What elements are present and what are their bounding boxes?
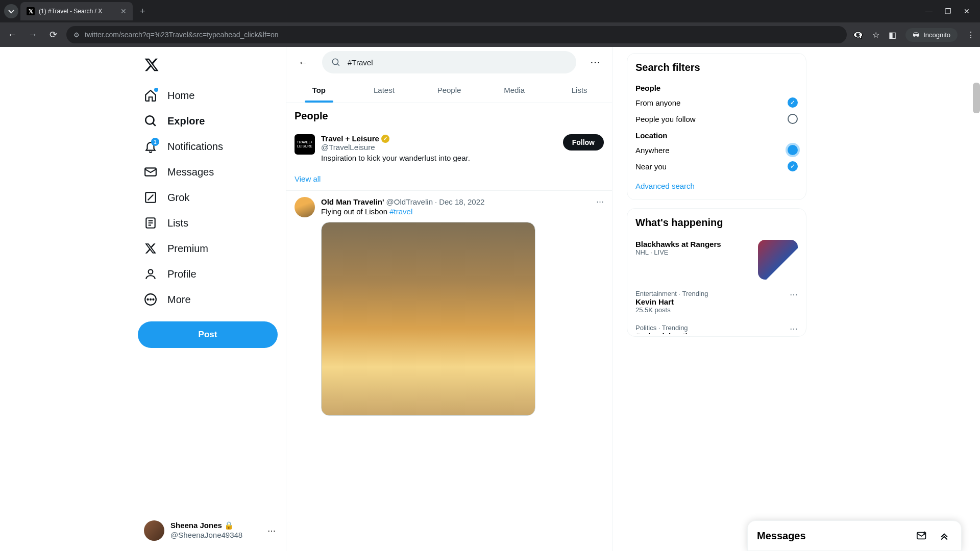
view-all-link[interactable]: View all (286, 167, 612, 190)
nav-messages[interactable]: Messages (138, 159, 282, 185)
tab-latest[interactable]: Latest (352, 78, 417, 103)
nav-profile[interactable]: Profile (138, 261, 282, 287)
tweet-more-button[interactable]: ⋯ (596, 197, 604, 206)
filter-from-anyone[interactable]: From anyone ✓ (627, 94, 806, 111)
search-box[interactable]: #Travel (322, 51, 576, 73)
tweet-date: Dec 18, 2022 (439, 197, 484, 206)
side-panel-icon[interactable]: ◧ (889, 30, 896, 40)
advanced-search-link[interactable]: Advanced search (627, 174, 806, 197)
trend-more-button[interactable]: ⋯ (790, 324, 798, 334)
page-content: Home Explore 1 Notifications Messages Gr… (0, 47, 980, 551)
list-icon (144, 216, 157, 230)
back-arrow-button[interactable]: ← (295, 54, 312, 71)
tab-top[interactable]: Top (286, 78, 352, 103)
maximize-button[interactable]: ❐ (945, 7, 951, 15)
new-tab-button[interactable]: + (135, 6, 151, 17)
nav-lists[interactable]: Lists (138, 210, 282, 236)
happening-title: What's happening (627, 211, 806, 235)
messages-drawer-title: Messages (757, 530, 907, 542)
scrollbar-thumb[interactable] (973, 83, 980, 113)
trend-more-button[interactable]: ⋯ (790, 290, 798, 299)
tweet[interactable]: Old Man Travelin' @OldTravelin · Dec 18,… (286, 191, 612, 422)
bookmark-icon[interactable]: ☆ (872, 30, 879, 40)
people-result[interactable]: TRAVEL+ LEISURE Travel + Leisure ✓ @Trav… (286, 129, 612, 167)
radio-checked-icon: ✓ (788, 97, 798, 108)
address-bar: ← → ⟳ ⚙ twitter.com/search?q=%23Travel&s… (0, 22, 980, 47)
browser-tab[interactable]: 𝕏 (1) #Travel - Search / X ✕ (20, 2, 133, 20)
site-settings-icon[interactable]: ⚙ (74, 31, 80, 39)
nav-label: Lists (167, 217, 188, 229)
tweet-author: Old Man Travelin' (321, 197, 384, 206)
filters-title: Search filters (627, 56, 806, 80)
trend-category: Entertainment · Trending (635, 290, 783, 297)
search-icon (144, 114, 157, 128)
url-text: twitter.com/search?q=%23Travel&src=typea… (85, 31, 840, 39)
nav-premium[interactable]: Premium (138, 236, 282, 261)
hashtag-link[interactable]: #travel (389, 207, 412, 216)
nav-home[interactable]: Home (138, 83, 282, 108)
verified-gold-icon: ✓ (381, 135, 389, 143)
tab-bar: 𝕏 (1) #Travel - Search / X ✕ + — ❐ ✕ (0, 0, 980, 22)
new-message-icon[interactable] (914, 528, 929, 543)
search-more-button[interactable]: ⋯ (586, 56, 604, 68)
back-button[interactable]: ← (5, 28, 19, 42)
expand-drawer-icon[interactable] (937, 528, 952, 543)
trend-item[interactable]: Politics · Trending #schoolshooting ⋯ (627, 319, 806, 334)
trend-item[interactable]: Blackhawks at Rangers NHL · LIVE (627, 235, 806, 285)
nav-label: Explore (167, 115, 205, 127)
tab-close-button[interactable]: ✕ (120, 7, 127, 15)
account-handle: @SheenaJone49348 (170, 531, 261, 540)
x-logo[interactable] (138, 51, 282, 83)
more-icon: ⋯ (267, 526, 276, 536)
incognito-icon: 🕶 (913, 31, 919, 39)
trend-item[interactable]: Entertainment · Trending Kevin Hart 25.5… (627, 285, 806, 319)
incognito-chip[interactable]: 🕶 Incognito (905, 28, 958, 42)
nav-notifications[interactable]: 1 Notifications (138, 134, 282, 159)
filter-people-you-follow[interactable]: People you follow (627, 111, 806, 127)
minimize-button[interactable]: — (925, 7, 933, 15)
trend-title: Blackhawks at Rangers (635, 240, 752, 248)
nav-label: More (167, 294, 191, 306)
url-box[interactable]: ⚙ twitter.com/search?q=%23Travel&src=typ… (66, 26, 847, 43)
nav-explore[interactable]: Explore (138, 108, 282, 134)
left-nav: Home Explore 1 Notifications Messages Gr… (138, 47, 286, 551)
tweet-avatar (295, 197, 315, 217)
trend-posts: 25.5K posts (635, 306, 783, 314)
tab-search-button[interactable] (4, 4, 18, 18)
close-window-button[interactable]: ✕ (964, 7, 970, 15)
browser-menu-button[interactable]: ⋮ (967, 30, 975, 40)
account-switcher[interactable]: Sheena Jones 🔒 @SheenaJone49348 ⋯ (138, 514, 282, 547)
tweet-image[interactable] (321, 222, 535, 416)
filter-anywhere[interactable]: Anywhere (627, 142, 806, 158)
tracking-off-icon[interactable]: 👁‍🗨 (853, 30, 863, 40)
radio-checked-icon: ✓ (788, 161, 798, 171)
filter-near-you[interactable]: Near you ✓ (627, 158, 806, 174)
nav-label: Home (167, 90, 194, 102)
trend-category: Politics · Trending (635, 324, 783, 332)
account-name: Sheena Jones 🔒 (170, 521, 261, 531)
notification-badge: 1 (151, 138, 159, 146)
nav-grok[interactable]: Grok (138, 185, 282, 210)
more-circle-icon (144, 293, 157, 306)
post-button[interactable]: Post (138, 321, 278, 348)
nav-more[interactable]: More (138, 287, 282, 312)
x-icon (144, 242, 157, 255)
result-tabs: Top Latest People Media Lists (286, 78, 612, 103)
forward-button: → (26, 28, 40, 42)
trend-category: NHL · LIVE (635, 248, 752, 256)
avatar (144, 520, 164, 541)
radio-unchecked-icon (788, 114, 798, 124)
people-name: Travel + Leisure ✓ (321, 134, 557, 143)
tab-people[interactable]: People (416, 78, 482, 103)
reload-button[interactable]: ⟳ (46, 28, 60, 42)
svg-point-6 (148, 299, 149, 300)
nav-label: Profile (167, 268, 197, 280)
nav-label: Messages (167, 166, 214, 178)
messages-drawer[interactable]: Messages (747, 520, 962, 551)
trend-thumbnail (758, 240, 798, 280)
svg-point-4 (149, 269, 153, 274)
tab-lists[interactable]: Lists (547, 78, 612, 103)
follow-button[interactable]: Follow (563, 134, 604, 151)
people-avatar: TRAVEL+ LEISURE (295, 134, 315, 155)
tab-media[interactable]: Media (482, 78, 547, 103)
